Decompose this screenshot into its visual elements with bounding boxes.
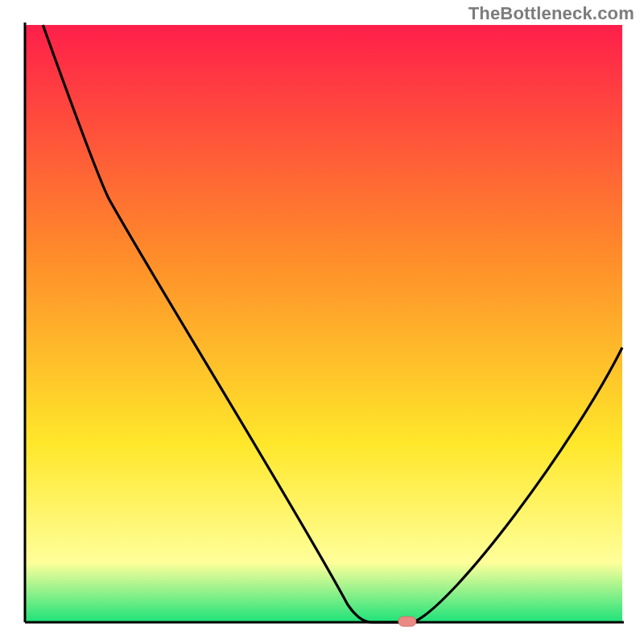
watermark-text: TheBottleneck.com [469,3,634,24]
chart-container: { "watermark": "TheBottleneck.com", "col… [0,0,644,644]
optimal-marker [398,617,416,626]
plot-background [25,25,622,622]
bottleneck-chart [0,0,644,644]
